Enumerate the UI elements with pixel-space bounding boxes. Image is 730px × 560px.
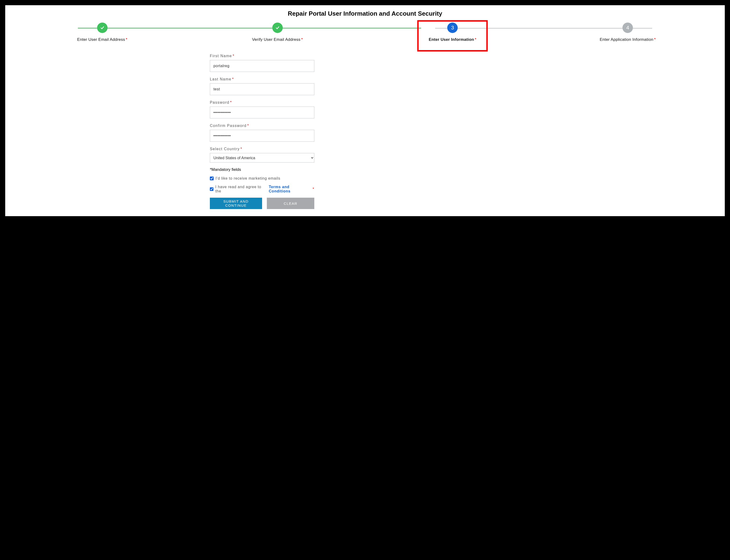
first-name-field[interactable]	[210, 60, 314, 72]
required-star: *	[475, 37, 477, 42]
terms-row: I have read and agree to the Terms and C…	[210, 185, 314, 193]
last-name-label: Last Name*	[210, 77, 314, 81]
mandatory-note: *Mandatory fields	[210, 167, 314, 172]
password-field[interactable]	[210, 107, 314, 118]
required-star: *	[240, 147, 242, 151]
terms-prefix: I have read and agree to the	[215, 185, 265, 193]
marketing-label: I'd like to receive marketing emails	[215, 176, 280, 181]
required-star: *	[233, 54, 234, 58]
required-star: *	[301, 37, 303, 42]
marketing-checkbox[interactable]	[210, 177, 214, 180]
confirm-password-field[interactable]	[210, 130, 314, 142]
step-2-label: Verify User Email Address*	[190, 37, 365, 42]
button-row: SUBMIT AND CONTINUE CLEAR	[210, 198, 314, 209]
step-2-circle	[272, 23, 283, 33]
stepper: Enter User Email Address* Verify User Em…	[15, 23, 715, 42]
clear-button[interactable]: CLEAR	[267, 198, 314, 209]
country-label: Select Country*	[210, 147, 314, 151]
check-icon	[275, 25, 280, 30]
step-1: Enter User Email Address*	[15, 23, 190, 42]
required-star: *	[126, 37, 127, 42]
panel: Repair Portal User Information and Accou…	[5, 5, 725, 216]
step-3-circle: 3	[447, 23, 458, 33]
marketing-row[interactable]: I'd like to receive marketing emails	[210, 176, 314, 181]
page-title: Repair Portal User Information and Accou…	[12, 10, 718, 17]
submit-button[interactable]: SUBMIT AND CONTINUE	[210, 198, 262, 209]
step-4-circle: 4	[623, 23, 633, 33]
terms-checkbox[interactable]	[210, 187, 213, 191]
step-2: Verify User Email Address*	[190, 23, 365, 42]
step-3: 3 Enter User Information*	[365, 23, 540, 42]
required-star: *	[654, 37, 656, 42]
user-info-form: First Name* Last Name* Password* Confirm…	[210, 54, 314, 209]
first-name-label: First Name*	[210, 54, 314, 58]
country-select[interactable]: United States of America	[210, 153, 314, 163]
step-1-circle	[97, 23, 107, 33]
step-3-label: Enter User Information*	[365, 37, 540, 42]
check-icon	[100, 25, 105, 30]
required-star: *	[232, 77, 234, 81]
step-4: 4 Enter Application Information*	[540, 23, 715, 42]
terms-link[interactable]: Terms and Conditions	[269, 185, 310, 193]
confirm-password-label: Confirm Password*	[210, 124, 314, 128]
password-label: Password*	[210, 100, 314, 105]
step-1-label: Enter User Email Address*	[15, 37, 190, 42]
required-star: *	[230, 100, 232, 104]
required-star: *	[313, 187, 314, 191]
required-star: *	[247, 124, 249, 128]
step-4-label: Enter Application Information*	[540, 37, 715, 42]
last-name-field[interactable]	[210, 83, 314, 95]
